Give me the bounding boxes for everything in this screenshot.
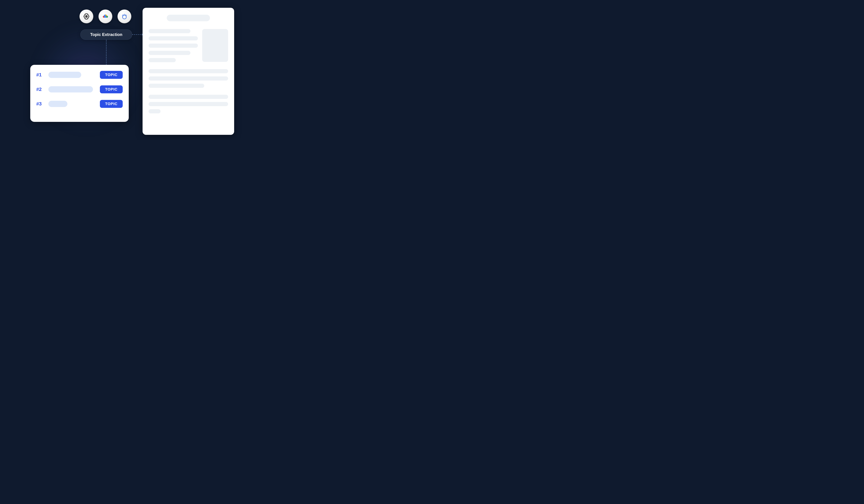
connector-horizontal: [132, 34, 143, 35]
topic-number: #2: [36, 87, 45, 92]
doc-line: [148, 36, 198, 40]
doc-line: [148, 51, 190, 55]
doc-line: [148, 69, 228, 73]
pill-label: Topic Extraction: [90, 32, 122, 37]
topic-tag: TOPIC: [100, 100, 123, 108]
topic-tag: TOPIC: [100, 85, 123, 93]
google-cloud-icon: [98, 10, 112, 23]
doc-line: [148, 84, 204, 88]
svg-line-3: [125, 14, 126, 15]
topics-card: #1 TOPIC #2 TOPIC #3 TOPIC: [30, 65, 129, 122]
topic-bar: [48, 101, 68, 107]
topic-bar: [48, 72, 81, 78]
provider-row: [80, 10, 131, 23]
doc-line: [148, 102, 228, 106]
doc-line: [148, 95, 228, 99]
topic-number: #1: [36, 72, 45, 77]
doc-line: [148, 44, 198, 48]
doc-line: [148, 29, 190, 33]
ibm-watson-icon: [118, 10, 131, 23]
topic-row: #3 TOPIC: [36, 100, 123, 108]
doc-line: [148, 109, 160, 113]
topic-row: #1 TOPIC: [36, 71, 123, 79]
svg-line-2: [123, 14, 123, 15]
doc-image-placeholder: [202, 29, 228, 62]
topic-row: #2 TOPIC: [36, 85, 123, 93]
doc-title-placeholder: [167, 15, 210, 21]
topic-extraction-pill: Topic Extraction: [80, 29, 132, 40]
topic-bar: [48, 86, 93, 93]
document-card: [143, 8, 234, 135]
doc-line: [148, 58, 176, 62]
connector-vertical: [106, 40, 106, 65]
openai-icon: [80, 10, 93, 23]
topic-number: #3: [36, 101, 45, 107]
topic-tag: TOPIC: [100, 71, 123, 79]
svg-line-4: [122, 15, 123, 16]
svg-line-5: [126, 15, 127, 16]
doc-line: [148, 76, 228, 81]
svg-point-0: [122, 15, 126, 19]
